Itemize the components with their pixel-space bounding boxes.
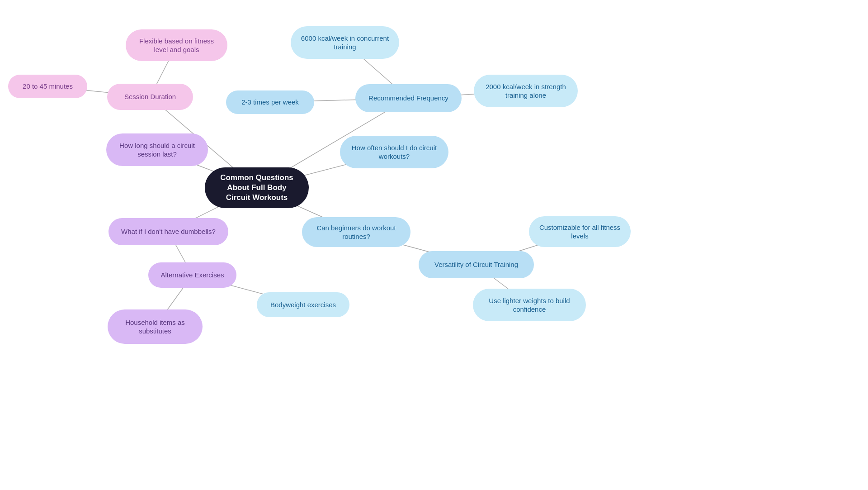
session-duration-label: Session Duration — [124, 92, 176, 101]
two-three-times-node: 2-3 times per week — [226, 90, 314, 114]
no-dumbbells-label: What if I don't have dumbbells? — [121, 227, 216, 236]
session-duration-node: Session Duration — [107, 84, 193, 110]
how-often-node: How often should I do circuit workouts? — [340, 136, 448, 168]
six-thousand-node: 6000 kcal/week in concurrent training — [291, 26, 399, 59]
alt-exercises-label: Alternative Exercises — [160, 271, 224, 280]
no-dumbbells-node: What if I don't have dumbbells? — [108, 218, 228, 245]
flexible-label: Flexible based on fitness level and goal… — [136, 37, 217, 54]
two-three-times-label: 2-3 times per week — [241, 98, 299, 107]
recommended-freq-node: Recommended Frequency — [355, 84, 462, 112]
customizable-label: Customizable for all fitness levels — [539, 223, 621, 241]
alt-exercises-node: Alternative Exercises — [148, 262, 236, 288]
beginners-node: Can beginners do workout routines? — [302, 217, 410, 247]
center-label: Common Questions About Full Body Circuit… — [215, 173, 299, 203]
versatility-label: Versatility of Circuit Training — [434, 260, 518, 269]
two-thousand-node: 2000 kcal/week in strength training alon… — [474, 75, 578, 107]
household-node: Household items as substitutes — [108, 309, 203, 344]
how-long-label: How long should a circuit session last? — [116, 141, 198, 159]
household-label: Household items as substitutes — [118, 318, 193, 336]
lighter-weights-label: Use lighter weights to build confidence — [483, 296, 576, 314]
how-long-node: How long should a circuit session last? — [106, 133, 208, 166]
beginners-label: Can beginners do workout routines? — [312, 224, 401, 241]
twenty-to-45-label: 20 to 45 minutes — [23, 82, 73, 91]
recommended-freq-label: Recommended Frequency — [368, 94, 448, 103]
twenty-to-45-node: 20 to 45 minutes — [8, 75, 87, 98]
flexible-node: Flexible based on fitness level and goal… — [126, 29, 227, 61]
bodyweight-node: Bodyweight exercises — [257, 292, 349, 317]
six-thousand-label: 6000 kcal/week in concurrent training — [301, 34, 389, 52]
how-often-label: How often should I do circuit workouts? — [350, 143, 439, 161]
customizable-node: Customizable for all fitness levels — [529, 216, 631, 247]
center-node: Common Questions About Full Body Circuit… — [205, 167, 309, 208]
two-thousand-label: 2000 kcal/week in strength training alon… — [484, 82, 568, 100]
lighter-weights-node: Use lighter weights to build confidence — [473, 289, 586, 321]
bodyweight-label: Bodyweight exercises — [270, 300, 336, 309]
versatility-node: Versatility of Circuit Training — [419, 251, 534, 278]
